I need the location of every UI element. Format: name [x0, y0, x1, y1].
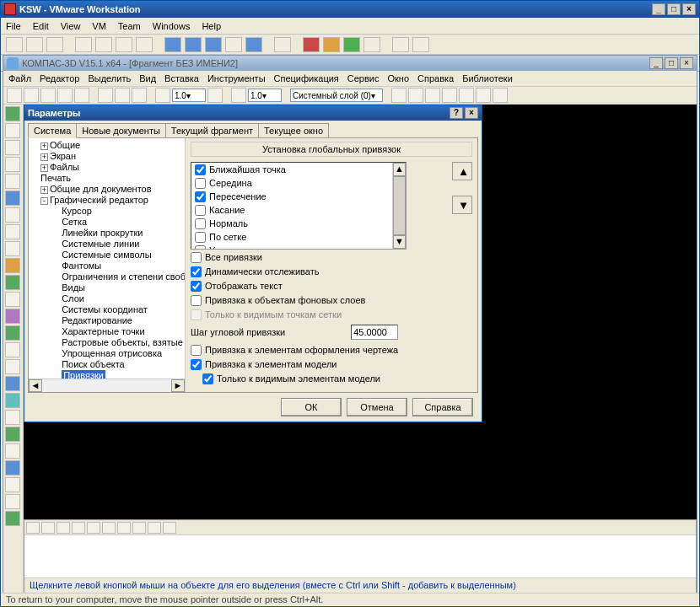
btm-icon[interactable]	[132, 522, 146, 534]
side-tool-icon[interactable]	[5, 443, 20, 459]
btm-icon[interactable]	[72, 522, 85, 534]
tb-icon[interactable]	[459, 88, 474, 103]
model-visible-only-checkbox[interactable]	[202, 373, 213, 384]
btm-icon[interactable]	[148, 522, 161, 534]
scroll-thumb[interactable]	[393, 176, 406, 235]
side-tool-icon[interactable]	[5, 376, 20, 391]
tb-icon[interactable]	[425, 88, 440, 103]
snap-checkbox[interactable]	[195, 164, 206, 175]
kompas-menu-item[interactable]: Сервис	[347, 73, 380, 83]
tree-node[interactable]: Редактирование	[32, 315, 185, 326]
btm-icon[interactable]	[57, 522, 70, 534]
model-elements-checkbox[interactable]	[191, 359, 202, 370]
kompas-close-button[interactable]: ×	[680, 57, 693, 69]
toolbar-icon[interactable]	[6, 37, 23, 52]
tb-icon[interactable]	[493, 88, 508, 103]
vmware-menubar[interactable]: FileEditViewVMTeamWindowsHelp	[1, 18, 699, 35]
tree-node[interactable]: Линейки прокрутки	[32, 228, 185, 239]
tb-zoomin-icon[interactable]	[207, 88, 223, 103]
kompas-minimize-button[interactable]: _	[649, 57, 663, 69]
tree-node[interactable]: Характерные точки	[32, 326, 185, 337]
dialog-tab[interactable]: Текущий фрагмент	[165, 123, 259, 137]
side-tool-icon[interactable]	[5, 106, 20, 121]
tb-zoomout-icon[interactable]	[155, 88, 170, 103]
side-tool-icon[interactable]	[5, 275, 20, 290]
tree-node[interactable]: Системные символы	[32, 250, 185, 261]
tb-icon[interactable]	[231, 88, 246, 103]
toolbar-icon[interactable]	[363, 37, 380, 52]
help-button[interactable]: Справка	[412, 398, 473, 416]
listbox-vscrollbar[interactable]: ▲ ▼	[392, 163, 406, 249]
kompas-menu-item[interactable]: Файл	[8, 73, 31, 83]
kompas-toolbar[interactable]: 1.0▾ 1.0▾ Системный слой (0)▾	[3, 86, 697, 105]
tree-node[interactable]: +Файлы	[32, 162, 185, 173]
kompas-titlebar[interactable]: КОМПАС-3D V15.1 x64 - [Фрагмент БЕЗ ИМЕН…	[3, 56, 697, 71]
btm-icon[interactable]	[26, 522, 40, 534]
snap-row[interactable]: Угловая привязка	[191, 244, 392, 250]
vmware-titlebar[interactable]: KSW - VMware Workstation _ □ ×	[1, 1, 699, 18]
vmware-menu-help[interactable]: Help	[202, 21, 221, 31]
tree-node[interactable]: Привязки	[32, 370, 185, 379]
all-snaps-checkbox[interactable]	[191, 252, 202, 263]
vmware-menu-edit[interactable]: Edit	[33, 21, 49, 31]
toolbar-icon[interactable]	[412, 37, 429, 52]
side-tool-icon[interactable]	[5, 258, 20, 273]
vmware-toolbar[interactable]	[1, 35, 699, 55]
side-tool-icon[interactable]	[5, 359, 20, 374]
dialog-tab[interactable]: Текущее окно	[258, 123, 329, 137]
kompas-menu-item[interactable]: Окно	[387, 73, 409, 83]
side-tool-icon[interactable]	[5, 191, 20, 206]
toolbar-icon[interactable]	[164, 37, 181, 52]
tb-icon[interactable]	[408, 88, 423, 103]
kompas-side-toolbar[interactable]	[3, 105, 24, 594]
toolbar-icon[interactable]	[46, 37, 63, 52]
toolbar-icon[interactable]	[116, 37, 132, 52]
side-tool-icon[interactable]	[5, 241, 20, 256]
scroll-down-icon[interactable]: ▼	[393, 235, 406, 249]
tree-node[interactable]: Печать	[32, 173, 185, 184]
zoom1-dropdown[interactable]: 1.0▾	[172, 89, 206, 102]
snap-row[interactable]: Нормаль	[191, 217, 392, 230]
dialog-tab[interactable]: Система	[28, 123, 77, 138]
side-tool-icon[interactable]	[5, 224, 20, 239]
toolbar-icon[interactable]	[392, 37, 409, 52]
scroll-up-icon[interactable]: ▲	[393, 163, 406, 176]
side-tool-icon[interactable]	[5, 325, 20, 341]
btm-icon[interactable]	[41, 522, 55, 534]
kompas-maximize-button[interactable]: □	[665, 57, 678, 69]
tree-node[interactable]: Растровые объекты, взятые в документ	[32, 337, 185, 348]
kompas-menu-item[interactable]: Вставка	[164, 73, 199, 83]
toolbar-icon[interactable]	[136, 37, 153, 52]
dialog-close-button[interactable]: ×	[465, 107, 478, 119]
snaps-listbox[interactable]: Ближайшая точкаСерединаПересечениеКасани…	[191, 162, 407, 250]
kompas-workspace[interactable]: Параметры ? × СистемаНовые документыТеку…	[24, 105, 697, 594]
side-tool-icon[interactable]	[5, 342, 20, 357]
settings-tree[interactable]: +Общие+Экран+ФайлыПечать+Общие для докум…	[29, 138, 185, 379]
side-tool-icon[interactable]	[5, 427, 20, 442]
snap-checkbox[interactable]	[195, 232, 206, 243]
vmware-menu-view[interactable]: View	[61, 21, 81, 31]
btm-icon[interactable]	[87, 522, 100, 534]
kompas-menu-item[interactable]: Справка	[417, 73, 454, 83]
snap-row[interactable]: Пересечение	[191, 190, 392, 203]
scroll-left-icon[interactable]: ◄	[29, 379, 42, 392]
vmware-maximize-button[interactable]: □	[667, 3, 681, 15]
dialog-titlebar[interactable]: Параметры ? ×	[24, 105, 482, 121]
cancel-button[interactable]: Отмена	[347, 398, 407, 416]
tb-icon[interactable]	[391, 88, 407, 103]
tree-node[interactable]: Фантомы	[32, 261, 185, 271]
vm-pause-icon[interactable]	[323, 37, 340, 52]
angle-step-input[interactable]	[351, 325, 398, 340]
tb-icon[interactable]	[442, 88, 457, 103]
side-tool-icon[interactable]	[5, 207, 20, 223]
tree-node[interactable]: +Экран	[32, 151, 185, 162]
btm-icon[interactable]	[163, 522, 176, 534]
tb-open-icon[interactable]	[24, 88, 39, 103]
toolbar-icon[interactable]	[26, 37, 43, 52]
side-tool-icon[interactable]	[5, 460, 20, 475]
side-tool-icon[interactable]	[5, 140, 20, 155]
side-tool-icon[interactable]	[5, 123, 20, 138]
snap-row[interactable]: По сетке	[191, 230, 392, 244]
tree-node[interactable]: Курсор	[32, 206, 185, 217]
kompas-menu-item[interactable]: Вид	[139, 73, 156, 83]
